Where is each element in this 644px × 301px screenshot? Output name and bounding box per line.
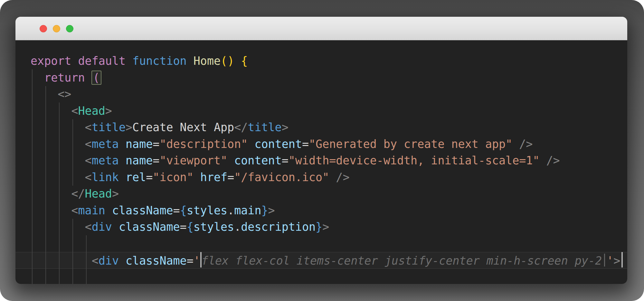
- code-token: "description": [159, 138, 248, 150]
- code-token: >: [322, 220, 329, 233]
- code-token: content: [254, 138, 302, 150]
- code-token: [539, 154, 546, 167]
- close-button[interactable]: [40, 25, 47, 33]
- code-token: [85, 71, 92, 84]
- code-token: title: [92, 121, 126, 134]
- code-line: return (: [31, 70, 627, 86]
- code-token: [31, 187, 71, 200]
- code-token: }: [261, 204, 268, 217]
- code-token: [187, 54, 194, 67]
- minimize-button[interactable]: [53, 25, 60, 33]
- code-token: [31, 71, 44, 84]
- code-token: content: [234, 154, 282, 167]
- code-token: {: [187, 220, 194, 233]
- code-token: Head: [85, 187, 112, 200]
- code-token: =: [153, 154, 159, 167]
- code-token: className: [126, 254, 187, 267]
- code-token: =: [146, 171, 153, 184]
- code-token: Create Next App: [132, 121, 234, 134]
- code-token: <: [85, 138, 92, 150]
- screenshot-frame: export default function Home() { return …: [0, 0, 644, 301]
- code-token: [194, 171, 200, 184]
- code-token: [31, 104, 71, 117]
- code-token: >: [105, 104, 112, 117]
- text-cursor: [621, 252, 623, 267]
- code-token: =: [153, 138, 159, 150]
- code-token: div: [92, 220, 112, 233]
- code-token: =: [302, 138, 309, 150]
- code-token: main: [234, 204, 261, 217]
- code-token: [119, 138, 126, 150]
- code-token: "width=device-width, initial-scale=1": [289, 154, 540, 167]
- code-token: name: [126, 154, 153, 167]
- code-token: [31, 220, 85, 233]
- code-token: />: [519, 138, 533, 150]
- code-token: >: [268, 204, 275, 217]
- code-token: .: [234, 220, 241, 233]
- code-token: [119, 171, 126, 184]
- code-token: >: [282, 121, 289, 134]
- zoom-button[interactable]: [66, 25, 73, 33]
- code-token: [119, 154, 126, 167]
- code-token: Home: [194, 54, 221, 67]
- code-token: <: [85, 154, 92, 167]
- code-token: =: [180, 220, 187, 233]
- code-token: >: [126, 121, 132, 134]
- code-token: "icon": [153, 171, 193, 184]
- code-token: <: [85, 171, 92, 184]
- code-token: styles: [187, 204, 227, 217]
- code-token: "viewport": [159, 154, 227, 167]
- code-line: export default function Home() {: [31, 53, 627, 70]
- code-token: div: [99, 254, 119, 267]
- code-token: meta: [92, 138, 119, 150]
- code-token: ': [607, 254, 613, 267]
- code-token: [248, 138, 254, 150]
- code-token: [227, 154, 234, 167]
- code-token: [31, 88, 58, 101]
- code-token: [119, 254, 126, 267]
- code-token: export: [31, 54, 71, 67]
- code-token: ': [194, 254, 200, 267]
- code-token: "/favicon.ico": [234, 171, 329, 184]
- ghost-text-boundary: [604, 254, 605, 267]
- code-token: [105, 204, 112, 217]
- code-token: />: [336, 171, 349, 184]
- code-token: "Generated by create next app": [309, 138, 512, 150]
- code-token: className: [112, 204, 173, 217]
- code-token: =: [187, 254, 194, 267]
- code-token: </: [71, 187, 85, 200]
- code-token: return: [44, 71, 85, 84]
- code-token: [329, 171, 336, 184]
- code-token: >: [613, 254, 620, 267]
- code-token: [31, 254, 92, 267]
- code-line: <meta name="viewport" content="width=dev…: [31, 152, 627, 169]
- code-token: href: [200, 171, 227, 184]
- code-token: .: [227, 204, 234, 217]
- code-token: <: [92, 254, 99, 267]
- code-line: <Head>: [31, 103, 627, 120]
- code-token: <: [71, 204, 78, 217]
- code-token: {: [241, 54, 248, 67]
- code-token: =: [227, 171, 234, 184]
- code-token: default: [78, 54, 126, 67]
- code-token: >: [112, 187, 119, 200]
- code-token: className: [119, 220, 180, 233]
- code-token: <: [85, 220, 92, 233]
- code-token: [31, 171, 85, 184]
- code-editor[interactable]: export default function Home() { return …: [15, 40, 627, 284]
- code-token: description: [241, 220, 316, 233]
- code-token: Head: [78, 104, 105, 117]
- code-content: export default function Home() { return …: [15, 40, 627, 269]
- code-token: function: [132, 54, 187, 67]
- code-token: [512, 138, 519, 150]
- code-token: name: [126, 138, 153, 150]
- code-line: [31, 236, 627, 252]
- code-token: [31, 154, 85, 167]
- code-token: meta: [92, 154, 119, 167]
- code-token: </: [234, 121, 248, 134]
- code-token: link: [92, 171, 119, 184]
- code-token: [31, 138, 85, 150]
- code-token: [126, 54, 132, 67]
- code-line: <meta name="description" content="Genera…: [31, 136, 627, 153]
- code-token: (: [91, 71, 101, 85]
